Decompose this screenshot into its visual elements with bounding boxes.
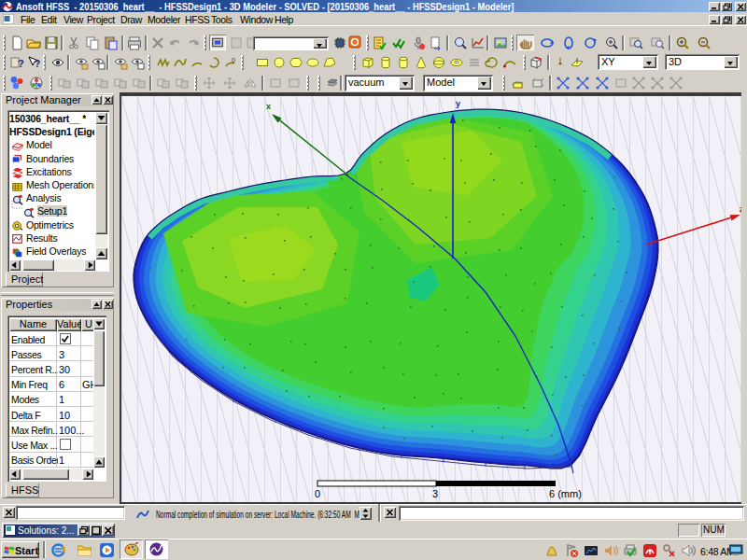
svg-text:?: ? (35, 59, 40, 69)
svg-text:6 (mm): 6 (mm) (549, 488, 582, 499)
svg-text:3: 3 (432, 488, 438, 499)
svg-text:x: x (266, 102, 271, 111)
svg-text:y: y (456, 99, 460, 108)
svg-text:0: 0 (232, 57, 235, 63)
svg-text:z: z (740, 204, 741, 214)
svg-text:0: 0 (315, 488, 320, 499)
svg-text:?: ? (18, 58, 24, 69)
